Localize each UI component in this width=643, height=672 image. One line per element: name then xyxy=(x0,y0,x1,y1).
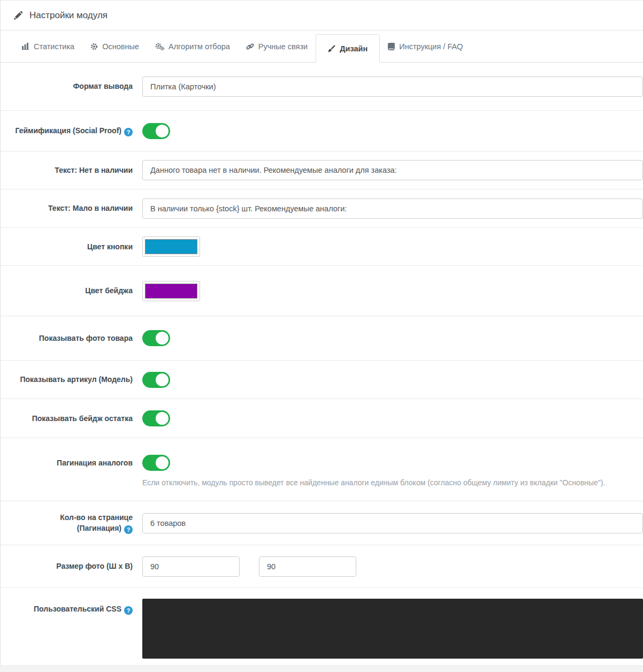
row-show-stock-badge: Показывать бейдж остатка xyxy=(1,399,643,438)
panel-header: Настройки модуля xyxy=(1,1,643,30)
tab-label: Инструкция / FAQ xyxy=(399,42,463,51)
text-low-stock-input[interactable] xyxy=(142,198,643,219)
row-text-out-of-stock: Текст: Нет в наличии xyxy=(1,151,643,189)
page-background-strip xyxy=(0,665,643,672)
row-show-photo: Показывать фото товара xyxy=(1,316,643,361)
show-stock-badge-toggle[interactable] xyxy=(142,410,170,426)
tab-bar: Статистика Основные Алгоритм отбора Ручн… xyxy=(1,30,643,63)
text-low-stock-label: Текст: Мало в наличии xyxy=(1,203,142,213)
tab-label: Основные xyxy=(102,42,139,51)
button-color-picker[interactable] xyxy=(142,236,200,257)
row-per-page: Кол-во на странице (Пагинация)? 6 товаро… xyxy=(1,501,643,545)
show-model-toggle[interactable] xyxy=(142,372,170,388)
toggle-knob xyxy=(156,373,169,386)
help-icon[interactable]: ? xyxy=(124,606,133,615)
badge-color-swatch xyxy=(145,284,197,299)
row-custom-css: Пользовательский CSS? xyxy=(1,588,643,666)
show-stock-badge-label: Показывать бейдж остатка xyxy=(1,413,142,424)
photo-size-label: Размер фото (Ш х В) xyxy=(1,561,142,571)
help-icon[interactable]: ? xyxy=(124,128,133,136)
pencil-icon xyxy=(14,11,22,20)
tab-general[interactable]: Основные xyxy=(82,30,147,62)
output-format-label: Формат вывода xyxy=(1,81,142,91)
page-title: Настройки модуля xyxy=(29,10,108,21)
tab-algorithm[interactable]: Алгоритм отбора xyxy=(147,30,238,62)
photo-width-input[interactable] xyxy=(142,556,240,577)
link-icon xyxy=(246,43,254,50)
gamification-toggle[interactable] xyxy=(142,123,170,139)
tab-statistics[interactable]: Статистика xyxy=(14,30,82,62)
pagination-help-text: Если отключить, модуль просто выведет вс… xyxy=(142,478,643,488)
text-out-of-stock-input[interactable] xyxy=(142,160,643,180)
toggle-knob xyxy=(156,456,169,469)
per-page-label-line2: (Пагинация) xyxy=(77,524,121,532)
button-color-label: Цвет кнопки xyxy=(1,241,142,252)
tab-label: Статистика xyxy=(34,42,74,51)
gamification-label: Геймификация (Social Proof) xyxy=(15,126,121,135)
per-page-label-line1: Кол-во на странице xyxy=(60,513,133,522)
tab-label: Ручные связи xyxy=(258,42,308,51)
tab-label: Алгоритм отбора xyxy=(169,42,230,51)
show-photo-label: Показывать фото товара xyxy=(1,333,142,343)
tab-manual-links[interactable]: Ручные связи xyxy=(238,30,316,62)
paint-brush-icon xyxy=(328,45,335,52)
pagination-toggle[interactable] xyxy=(142,455,170,471)
tab-label: Дизайн xyxy=(340,44,368,53)
row-pagination: Пагинация аналогов Если отключить, модул… xyxy=(1,438,643,501)
show-photo-toggle[interactable] xyxy=(142,330,170,346)
gears-icon xyxy=(155,43,164,50)
custom-css-label: Пользовательский CSS xyxy=(34,605,121,613)
book-icon xyxy=(388,43,395,50)
toggle-knob xyxy=(156,125,169,138)
row-photo-size: Размер фото (Ш х В) xyxy=(1,545,643,588)
row-gamification: Геймификация (Social Proof)? xyxy=(1,111,643,151)
module-settings-panel: Настройки модуля Статистика Основные Алг… xyxy=(0,0,643,665)
gear-icon xyxy=(90,43,98,50)
show-model-label: Показывать артикул (Модель) xyxy=(1,374,142,385)
badge-color-picker[interactable] xyxy=(142,281,200,301)
text-out-of-stock-label: Текст: Нет в наличии xyxy=(1,165,142,175)
photo-height-input[interactable] xyxy=(259,556,356,577)
row-show-model: Показывать артикул (Модель) xyxy=(1,361,643,399)
per-page-select[interactable]: 6 товаров xyxy=(142,513,643,533)
row-button-color: Цвет кнопки xyxy=(1,228,643,266)
row-badge-color: Цвет бейджа xyxy=(1,266,643,316)
bar-chart-icon xyxy=(22,43,29,50)
toggle-knob xyxy=(156,332,169,345)
button-color-swatch xyxy=(145,239,197,254)
row-output-format: Формат вывода Плитка (Карточки) xyxy=(1,63,643,111)
row-text-low-stock: Текст: Мало в наличии xyxy=(1,189,643,228)
tab-faq[interactable]: Инструкция / FAQ xyxy=(380,30,471,62)
tab-design[interactable]: Дизайн xyxy=(316,34,380,63)
pagination-label: Пагинация аналогов xyxy=(1,455,142,468)
output-format-select[interactable]: Плитка (Карточки) xyxy=(142,77,643,97)
toggle-knob xyxy=(156,412,169,425)
help-icon[interactable]: ? xyxy=(124,525,133,534)
custom-css-editor[interactable] xyxy=(142,599,643,659)
badge-color-label: Цвет бейджа xyxy=(1,285,142,296)
